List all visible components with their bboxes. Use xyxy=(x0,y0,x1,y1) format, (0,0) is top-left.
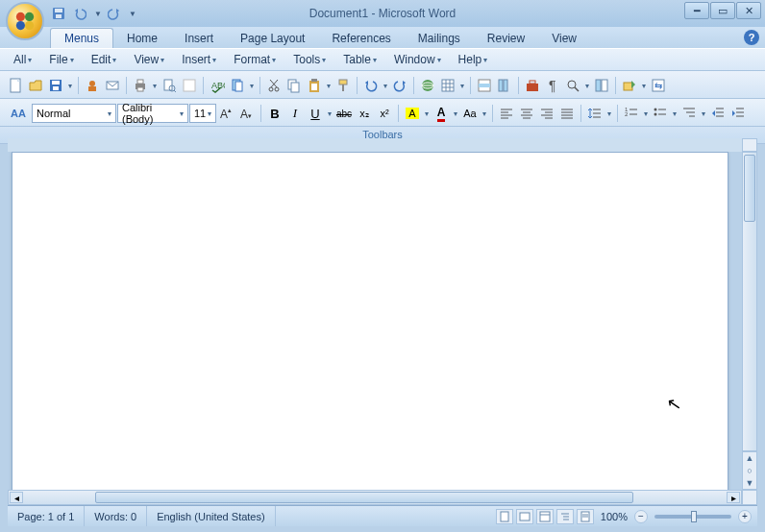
paste-dropdown[interactable]: ▾ xyxy=(325,82,333,90)
undo-toolbar-dropdown[interactable]: ▾ xyxy=(382,82,389,90)
vertical-scrollbar[interactable] xyxy=(742,152,757,451)
close-button[interactable]: ✕ xyxy=(736,2,761,19)
save-dropdown[interactable]: ▾ xyxy=(66,82,74,90)
hscroll-left-button[interactable]: ◂ xyxy=(10,492,23,503)
tab-mailings[interactable]: Mailings xyxy=(405,29,474,48)
draft-view-icon[interactable] xyxy=(577,509,594,524)
grow-font-icon[interactable]: A▴ xyxy=(217,104,236,123)
superscript-icon[interactable]: x² xyxy=(375,104,394,123)
print-dropdown[interactable]: ▾ xyxy=(151,82,159,90)
bold-icon[interactable]: B xyxy=(265,104,284,123)
menu-window[interactable]: Window▾ xyxy=(388,51,447,68)
email-icon[interactable] xyxy=(103,76,122,95)
columns-icon[interactable] xyxy=(495,76,514,95)
next-page-icon[interactable]: ▼ xyxy=(746,478,754,488)
tab-page-layout[interactable]: Page Layout xyxy=(227,29,318,48)
numbering-icon[interactable]: 12 xyxy=(622,104,641,123)
multilevel-dropdown[interactable]: ▾ xyxy=(700,109,707,118)
tab-references[interactable]: References xyxy=(318,29,404,48)
print-preview-icon[interactable] xyxy=(160,76,179,95)
tab-review[interactable]: Review xyxy=(474,29,538,48)
italic-icon[interactable]: I xyxy=(285,104,305,123)
document-map-icon[interactable] xyxy=(592,76,611,95)
underline-icon[interactable]: U xyxy=(306,104,325,123)
strikethrough-icon[interactable]: abc xyxy=(334,104,354,123)
line-spacing-dropdown[interactable]: ▾ xyxy=(605,109,613,118)
save-icon[interactable] xyxy=(50,5,67,22)
zoom-slider[interactable] xyxy=(654,515,731,519)
zoom-in-button[interactable]: + xyxy=(738,510,752,523)
highlight-icon[interactable]: A xyxy=(403,104,422,123)
tab-insert[interactable]: Insert xyxy=(171,29,227,48)
outline-view-icon[interactable] xyxy=(556,509,574,524)
horizontal-scroll-thumb[interactable] xyxy=(95,492,633,503)
hyperlink-icon[interactable] xyxy=(418,76,437,95)
numbering-dropdown[interactable]: ▾ xyxy=(642,109,650,118)
tab-menus[interactable]: Menus xyxy=(50,28,113,48)
open-icon[interactable] xyxy=(26,76,45,95)
bullets-icon[interactable] xyxy=(651,104,670,123)
redo-toolbar-icon[interactable] xyxy=(390,76,409,95)
close-toolbar-dropdown[interactable]: ▾ xyxy=(640,82,648,90)
horizontal-scrollbar[interactable]: ◂ ▸ xyxy=(8,490,742,505)
line-spacing-icon[interactable] xyxy=(585,104,605,123)
style-selector[interactable]: Normal▾ xyxy=(32,104,116,123)
zoom-icon[interactable] xyxy=(563,76,582,95)
align-center-icon[interactable] xyxy=(517,104,536,123)
decrease-indent-icon[interactable] xyxy=(708,104,728,123)
document-page[interactable] xyxy=(12,152,728,490)
menu-edit[interactable]: Edit▾ xyxy=(86,51,123,68)
select-browse-icon[interactable]: ○ xyxy=(747,466,752,475)
table-insert-icon[interactable] xyxy=(438,76,457,95)
increase-indent-icon[interactable] xyxy=(728,104,748,123)
justify-icon[interactable] xyxy=(557,104,577,123)
shrink-font-icon[interactable]: A▾ xyxy=(237,104,257,123)
full-screen-view-icon[interactable] xyxy=(516,509,533,524)
print-icon[interactable] xyxy=(131,76,150,95)
cut-icon[interactable] xyxy=(264,76,284,95)
underline-dropdown[interactable]: ▾ xyxy=(326,109,333,118)
undo-toolbar-icon[interactable] xyxy=(361,76,381,95)
tab-home[interactable]: Home xyxy=(113,29,171,48)
new-doc-icon[interactable] xyxy=(6,76,25,95)
highlight-dropdown[interactable]: ▾ xyxy=(423,109,431,118)
change-case-icon[interactable]: Aa xyxy=(460,104,480,123)
menu-insert[interactable]: Insert▾ xyxy=(176,51,222,68)
copy-icon[interactable] xyxy=(284,76,304,95)
font-size-selector[interactable]: 11▾ xyxy=(189,104,216,123)
qat-customize-icon[interactable]: ▼ xyxy=(129,10,136,18)
spellcheck-icon[interactable]: ABC xyxy=(208,76,227,95)
align-left-icon[interactable] xyxy=(497,104,516,123)
permission-icon[interactable] xyxy=(83,76,102,95)
minimize-button[interactable]: ━ xyxy=(684,2,709,19)
add-remove-icon[interactable]: ⇆ xyxy=(649,76,668,95)
zoom-out-button[interactable]: − xyxy=(634,510,648,523)
font-color-dropdown[interactable]: ▾ xyxy=(452,109,459,118)
tab-view[interactable]: View xyxy=(538,29,590,48)
status-page[interactable]: Page: 1 of 1 xyxy=(8,506,85,526)
undo-icon[interactable] xyxy=(71,5,88,22)
change-case-dropdown[interactable]: ▾ xyxy=(481,109,488,118)
print-layout-view-icon[interactable] xyxy=(496,509,513,524)
close-toolbar-icon[interactable] xyxy=(620,76,639,95)
redo-icon[interactable] xyxy=(106,5,123,22)
menu-file[interactable]: File▾ xyxy=(43,51,79,68)
zoom-dropdown[interactable]: ▾ xyxy=(583,82,591,90)
menu-help[interactable]: Help▾ xyxy=(453,51,494,68)
font-color-icon[interactable]: A xyxy=(432,104,451,123)
status-language[interactable]: English (United States) xyxy=(147,506,276,526)
status-words[interactable]: Words: 0 xyxy=(85,506,147,526)
format-painter-icon[interactable] xyxy=(333,76,353,95)
menu-view[interactable]: View▾ xyxy=(128,51,170,68)
show-marks-icon[interactable]: ¶ xyxy=(543,76,562,95)
document-viewport[interactable] xyxy=(8,152,742,490)
undo-dropdown-icon[interactable]: ▼ xyxy=(94,10,102,18)
paste-icon[interactable] xyxy=(305,76,324,95)
font-selector[interactable]: Calibri (Body)▾ xyxy=(117,104,188,123)
help-icon[interactable]: ? xyxy=(744,30,759,45)
multilevel-list-icon[interactable] xyxy=(679,104,699,123)
ruler-toggle[interactable] xyxy=(742,138,757,152)
maximize-button[interactable]: ▭ xyxy=(710,2,735,19)
web-layout-view-icon[interactable] xyxy=(536,509,554,524)
subscript-icon[interactable]: x₂ xyxy=(355,104,374,123)
